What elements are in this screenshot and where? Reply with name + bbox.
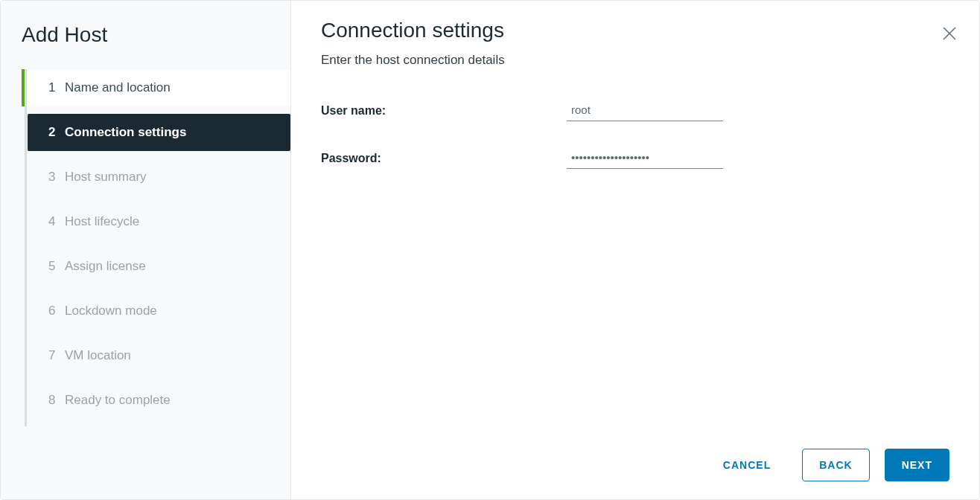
password-row: Password: — [321, 148, 949, 169]
back-button[interactable]: BACK — [802, 449, 869, 481]
step-name-and-location[interactable]: 1 Name and location — [28, 69, 290, 106]
step-number: 6 — [48, 304, 65, 318]
step-label: Connection settings — [65, 125, 277, 140]
username-row: User name: — [321, 100, 949, 121]
step-label: Assign license — [65, 259, 277, 274]
step-label: Host lifecycle — [65, 214, 277, 229]
step-ready-to-complete: 8 Ready to complete — [28, 382, 290, 419]
username-label: User name: — [321, 104, 567, 118]
wizard-sidebar: Add Host 1 Name and location 2 Connectio… — [1, 1, 291, 499]
step-host-summary: 3 Host summary — [28, 158, 290, 196]
step-connection-settings[interactable]: 2 Connection settings — [28, 114, 290, 151]
step-number: 7 — [48, 348, 65, 363]
wizard-title: Add Host — [1, 14, 290, 69]
step-label: Ready to complete — [65, 393, 277, 408]
wizard-content: Connection settings Enter the host conne… — [291, 1, 979, 499]
add-host-wizard: Add Host 1 Name and location 2 Connectio… — [0, 0, 980, 500]
step-host-lifecycle: 4 Host lifecycle — [28, 203, 290, 240]
close-icon — [941, 25, 958, 42]
password-label: Password: — [321, 152, 567, 165]
password-input[interactable] — [567, 148, 723, 169]
next-button[interactable]: NEXT — [885, 449, 949, 481]
step-number: 4 — [48, 214, 65, 229]
step-label: Host summary — [65, 170, 277, 185]
page-subtitle: Enter the host connection details — [321, 53, 949, 68]
step-number: 8 — [48, 393, 65, 408]
step-lockdown-mode: 6 Lockdown mode — [28, 292, 290, 330]
step-label: VM location — [65, 348, 277, 363]
step-number: 2 — [48, 125, 65, 140]
step-vm-location: 7 VM location — [28, 337, 290, 374]
wizard-footer: CANCEL BACK NEXT — [321, 434, 949, 481]
wizard-steps: 1 Name and location 2 Connection setting… — [1, 69, 290, 426]
step-number: 5 — [48, 259, 65, 274]
steps-progress-line — [25, 69, 27, 426]
step-assign-license: 5 Assign license — [28, 248, 290, 285]
page-title: Connection settings — [321, 19, 949, 42]
close-button[interactable] — [941, 25, 958, 42]
username-input[interactable] — [567, 100, 723, 121]
step-label: Name and location — [65, 80, 277, 95]
step-number: 3 — [48, 170, 65, 185]
step-number: 1 — [48, 80, 65, 95]
cancel-button[interactable]: CANCEL — [707, 449, 787, 481]
step-label: Lockdown mode — [65, 304, 277, 318]
